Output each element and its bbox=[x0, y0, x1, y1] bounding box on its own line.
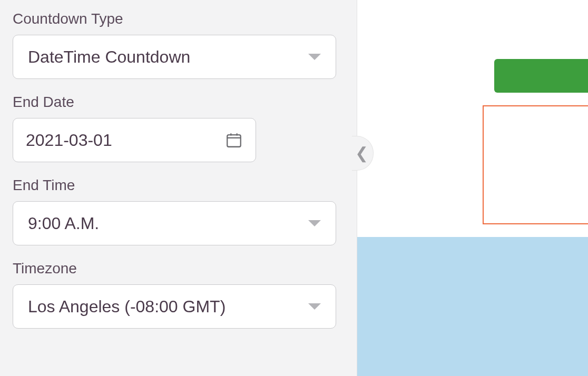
chevron-left-icon: ❮ bbox=[355, 144, 368, 162]
chevron-down-icon bbox=[308, 303, 321, 310]
end-date-value: 2021-03-01 bbox=[26, 131, 225, 150]
end-time-label: End Time bbox=[13, 177, 344, 194]
svg-rect-0 bbox=[227, 135, 241, 147]
end-time-group: End Time 9:00 A.M. bbox=[13, 177, 344, 245]
collapse-sidebar-button[interactable]: ❮ bbox=[352, 136, 373, 170]
timezone-select[interactable]: Los Angeles (-08:00 GMT) bbox=[13, 284, 336, 329]
end-time-select[interactable]: 9:00 A.M. bbox=[13, 201, 336, 245]
countdown-type-select[interactable]: DateTime Countdown bbox=[13, 35, 336, 79]
settings-sidebar: Countdown Type DateTime Countdown End Da… bbox=[0, 0, 357, 376]
timezone-group: Timezone Los Angeles (-08:00 GMT) bbox=[13, 260, 344, 329]
countdown-type-group: Countdown Type DateTime Countdown bbox=[13, 11, 344, 79]
end-date-input[interactable]: 2021-03-01 bbox=[13, 118, 256, 162]
end-date-label: End Date bbox=[13, 94, 344, 111]
end-time-value: 9:00 A.M. bbox=[28, 214, 308, 233]
countdown-type-label: Countdown Type bbox=[13, 11, 344, 27]
preview-selected-block bbox=[483, 105, 588, 224]
timezone-value: Los Angeles (-08:00 GMT) bbox=[28, 297, 308, 316]
countdown-type-value: DateTime Countdown bbox=[28, 47, 308, 67]
calendar-icon bbox=[225, 131, 243, 149]
end-date-group: End Date 2021-03-01 bbox=[13, 94, 344, 162]
preview-canvas bbox=[357, 0, 588, 376]
chevron-down-icon bbox=[308, 54, 321, 60]
chevron-down-icon bbox=[308, 220, 321, 226]
preview-illustration-background bbox=[357, 237, 588, 376]
timezone-label: Timezone bbox=[13, 260, 344, 277]
preview-green-button bbox=[494, 59, 588, 93]
